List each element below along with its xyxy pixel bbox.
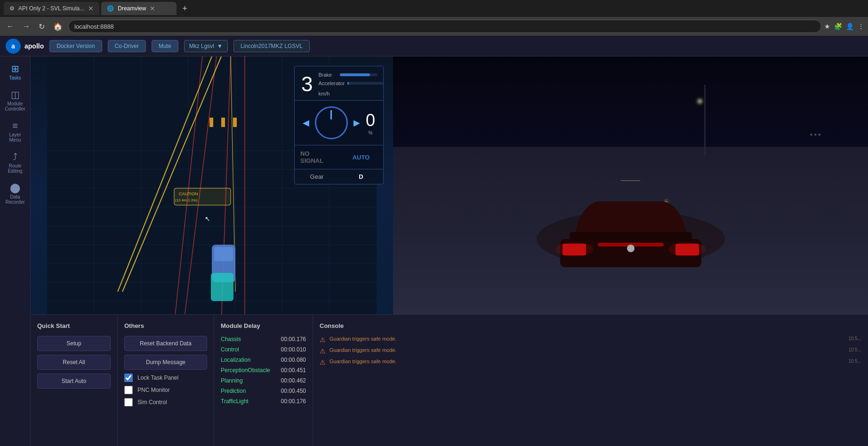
- sidebar-label-tasks: Tasks: [9, 75, 21, 80]
- delay-chassis-row: Chassis 00:00.176: [221, 336, 306, 342]
- tab-favicon: ⚙: [9, 5, 15, 12]
- sidebar-item-tasks[interactable]: ⊞ Tasks: [1, 60, 29, 84]
- prediction-value: 00:00.450: [281, 388, 306, 394]
- forward-button[interactable]: →: [20, 20, 33, 32]
- console-title: Console: [320, 322, 861, 329]
- console-text-2: Guardian triggers safe mode.: [330, 347, 844, 353]
- apollo-icon: a: [6, 39, 21, 54]
- vehicle-select[interactable]: Mkz Lgsvl ▼: [184, 40, 228, 52]
- co-driver-button[interactable]: Co-Driver: [108, 40, 146, 52]
- sidebar-label-data: Data Recorder: [3, 194, 27, 205]
- chevron-down-icon: ▼: [217, 43, 223, 49]
- sidebar-item-module-controller[interactable]: ◫ Module Controller: [1, 86, 29, 115]
- svg-rect-40: [570, 232, 692, 241]
- tab-api[interactable]: ⚙ API Only 2 - SVL Simula... ✕: [4, 2, 99, 15]
- apollo-text: apollo: [24, 42, 44, 50]
- start-auto-button[interactable]: Start Auto: [37, 374, 111, 389]
- sidebar-label-module: Module Controller: [3, 101, 27, 112]
- speed-section: 3 Brake 80%: [295, 66, 383, 100]
- lock-task-checkbox[interactable]: [124, 374, 133, 382]
- vehicle-model-label: Lincoln2017MKZ LGSVL: [241, 43, 303, 49]
- car-svg: [513, 145, 748, 286]
- delay-localization-row: Localization 00:00.080: [221, 357, 306, 363]
- delay-perception-row: PerceptionObstacle 00:00.451: [221, 367, 306, 374]
- tab-label: API Only 2 - SVL Simula...: [18, 5, 84, 12]
- module-delay-panel: Module Delay Chassis 00:00.176 Control 0…: [214, 315, 313, 446]
- tab-close-dreamview[interactable]: ✕: [150, 5, 155, 12]
- extensions-icon[interactable]: 🧩: [834, 23, 842, 30]
- sidebar-label-route: Route Editing: [3, 163, 27, 174]
- steer-left-icon[interactable]: ◀: [303, 118, 309, 128]
- browser-chrome: ⚙ API Only 2 - SVL Simula... ✕ 🌐 Dreamvi…: [0, 0, 868, 36]
- quick-start-title: Quick Start: [37, 322, 111, 329]
- gear-value-cell: D: [339, 169, 383, 184]
- console-entry-3: ⚠ Guardian triggers safe mode. 10:5...: [320, 358, 861, 366]
- address-bar[interactable]: localhost:8888: [68, 20, 821, 33]
- pnc-monitor-label: PNC Monitor: [137, 387, 170, 393]
- svg-text:CAUTION: CAUTION: [179, 191, 198, 196]
- signal-section: NO SIGNAL AUTO: [295, 145, 383, 169]
- module-delay-title: Module Delay: [221, 322, 306, 329]
- quick-start-panel: Quick Start Setup Reset All Start Auto: [31, 315, 118, 446]
- bottom-panel: Quick Start Setup Reset All Start Auto O…: [31, 314, 868, 446]
- delay-prediction-row: Prediction 00:00.450: [221, 388, 306, 394]
- city-lights: ● ● ●: [810, 132, 821, 137]
- console-time-3: 10:5...: [848, 358, 861, 364]
- chassis-label: Chassis: [221, 336, 241, 342]
- steering-unit: %: [369, 130, 373, 135]
- steer-right-icon[interactable]: ▶: [354, 118, 360, 128]
- reset-all-button[interactable]: Reset All: [37, 355, 111, 370]
- delay-traffic-row: TrafficLight 00:00.176: [221, 398, 306, 405]
- auto-cell[interactable]: AUTO: [339, 145, 383, 169]
- speed-value: 3: [301, 72, 313, 96]
- svg-point-37: [555, 242, 593, 256]
- profile-icon[interactable]: 👤: [846, 23, 854, 30]
- menu-icon[interactable]: ⋮: [858, 23, 864, 30]
- gear-label: Gear: [310, 173, 324, 180]
- brake-bar: [340, 73, 370, 76]
- vehicle-model-display: Lincoln2017MKZ LGSVL: [233, 40, 310, 52]
- mute-button[interactable]: Mute: [152, 40, 178, 52]
- sim-control-checkbox[interactable]: [124, 398, 133, 406]
- console-text-3: Guardian triggers safe mode.: [330, 358, 844, 364]
- svg-rect-29: [174, 188, 231, 205]
- pnc-monitor-checkbox[interactable]: [124, 386, 133, 394]
- three-d-view: ● ● ● ● 🚶: [393, 56, 868, 314]
- top-section: CAUTION (12.4m,1.2m) ↖ 3: [31, 56, 868, 314]
- svg-rect-24: [221, 118, 225, 127]
- route-editing-icon: ⤴: [13, 152, 17, 161]
- layer-menu-icon: ≡: [12, 121, 18, 130]
- control-label: Control: [221, 346, 239, 353]
- tab-bar: ⚙ API Only 2 - SVL Simula... ✕ 🌐 Dreamvi…: [0, 0, 868, 17]
- refresh-button[interactable]: ↻: [36, 20, 48, 33]
- lock-task-toggle-row: Lock Task Panel: [124, 374, 207, 382]
- home-button[interactable]: 🏠: [50, 20, 65, 33]
- dump-message-button[interactable]: Dump Message: [124, 355, 207, 370]
- new-tab-button[interactable]: +: [178, 4, 191, 14]
- setup-button[interactable]: Setup: [37, 336, 111, 351]
- svg-rect-28: [211, 273, 233, 301]
- gear-label-cell: Gear: [295, 169, 339, 184]
- sidebar-item-data-recorder[interactable]: ⬤ Data Recorder: [1, 179, 29, 208]
- gear-value: D: [359, 173, 363, 180]
- street-light-icon: ●: [697, 94, 704, 107]
- docker-version-button[interactable]: Docker Version: [49, 40, 102, 52]
- simulation-viewport[interactable]: CAUTION (12.4m,1.2m) ↖ 3: [31, 56, 393, 314]
- vehicle-select-value: Mkz Lgsvl: [189, 43, 214, 49]
- tab-close-btn[interactable]: ✕: [88, 5, 94, 12]
- sidebar-item-route-editing[interactable]: ⤴ Route Editing: [1, 148, 29, 177]
- back-button[interactable]: ←: [4, 20, 17, 32]
- apollo-logo: a apollo: [6, 39, 44, 54]
- sidebar-item-layer-menu[interactable]: ≡ Layer Menu: [1, 117, 29, 146]
- svg-rect-25: [233, 118, 237, 127]
- planning-label: Planning: [221, 377, 243, 384]
- tab-dreamview[interactable]: 🌐 Dreamview ✕: [101, 2, 177, 15]
- bookmark-icon[interactable]: ★: [824, 23, 830, 30]
- delay-planning-row: Planning 00:00.462: [221, 377, 306, 384]
- sky-background: [393, 56, 868, 159]
- svg-text:(12.4m,1.2m): (12.4m,1.2m): [175, 198, 198, 202]
- auto-label: AUTO: [353, 154, 370, 161]
- reset-backend-button[interactable]: Reset Backend Data: [124, 336, 207, 351]
- perception-value: 00:00.451: [281, 367, 306, 374]
- steering-wheel: [315, 106, 348, 139]
